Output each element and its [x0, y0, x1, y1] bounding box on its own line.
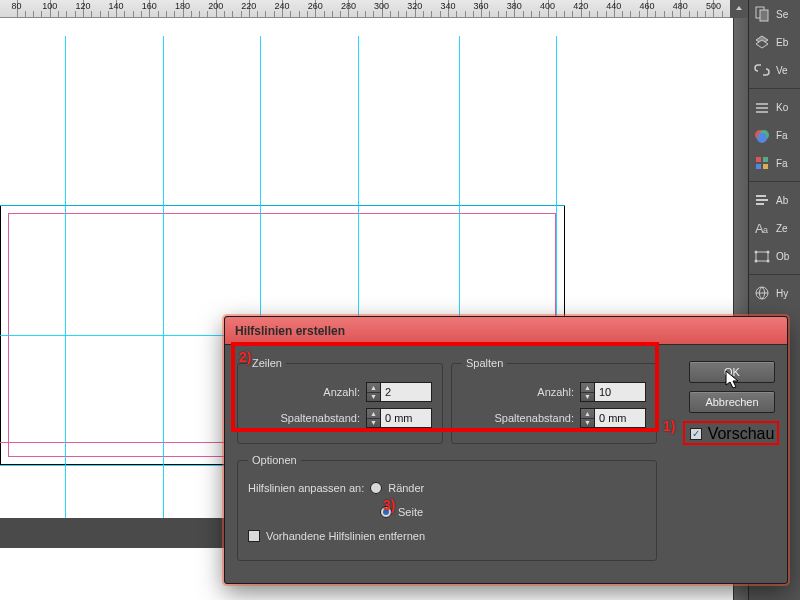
panel-label: Fa: [776, 158, 788, 169]
panel-label: Ve: [776, 65, 788, 76]
panel-label: Se: [776, 9, 788, 20]
rows-gutter-input[interactable]: [380, 408, 432, 428]
panel-swatches[interactable]: Fa: [749, 121, 800, 149]
rows-count-input[interactable]: [380, 382, 432, 402]
ruler-corner[interactable]: [730, 0, 748, 18]
svg-rect-10: [756, 199, 768, 201]
options-legend: Optionen: [248, 454, 301, 466]
guide-vertical[interactable]: [163, 36, 164, 600]
options-group: Optionen Hilfslinien anpassen an: Ränder…: [237, 454, 657, 561]
cols-gutter-input[interactable]: [594, 408, 646, 428]
rows-group: Zeilen Anzahl: ▲▼ Spaltenabstand: ▲▼: [237, 357, 443, 444]
fit-page-label[interactable]: Seite: [398, 506, 423, 518]
panel-label: Fa: [776, 130, 788, 141]
align-icon: [754, 192, 770, 208]
svg-point-15: [755, 251, 758, 254]
annotation-1: 1): [663, 418, 675, 434]
object-icon: [754, 248, 770, 264]
ok-button[interactable]: OK: [689, 361, 775, 383]
stroke-icon: [754, 99, 770, 115]
svg-point-18: [767, 260, 770, 263]
cols-count-label: Anzahl:: [537, 386, 574, 398]
cols-count-spinner[interactable]: ▲▼: [580, 382, 594, 402]
preview-label[interactable]: Vorschau: [708, 425, 775, 443]
cols-gutter-spinner[interactable]: ▲▼: [580, 408, 594, 428]
svg-rect-14: [756, 252, 768, 261]
panel-label: Ze: [776, 223, 788, 234]
panel-label: Ko: [776, 102, 788, 113]
svg-point-17: [755, 260, 758, 263]
panel-swatches2[interactable]: Fa: [749, 149, 800, 177]
svg-rect-8: [763, 164, 768, 169]
svg-point-16: [767, 251, 770, 254]
panel-stroke[interactable]: Ko: [749, 93, 800, 121]
panel-links2[interactable]: Hy: [749, 279, 800, 307]
panel-label: Hy: [776, 288, 788, 299]
annotation-3: 3): [383, 497, 395, 513]
panel-char[interactable]: AaZe: [749, 214, 800, 242]
horizontal-ruler: 8010012014016018020022024026028030032034…: [0, 0, 730, 18]
dialog-title: Hilfslinien erstellen: [235, 324, 345, 338]
svg-rect-9: [756, 195, 766, 197]
cols-count-input[interactable]: [594, 382, 646, 402]
cancel-button[interactable]: Abbrechen: [689, 391, 775, 413]
swatches2-icon: [754, 155, 770, 171]
create-guides-dialog: Hilfslinien erstellen Zeilen Anzahl: ▲▼ …: [224, 316, 788, 584]
guide-vertical[interactable]: [65, 36, 66, 600]
links-icon: [754, 62, 770, 78]
fit-label: Hilfslinien anpassen an:: [248, 482, 364, 494]
remove-existing-checkbox[interactable]: [248, 530, 260, 542]
svg-rect-5: [756, 157, 761, 162]
fit-margins-label[interactable]: Ränder: [388, 482, 424, 494]
pages-icon: [754, 6, 770, 22]
annotation-2: 2): [239, 349, 251, 365]
rows-count-label: Anzahl:: [323, 386, 360, 398]
svg-rect-6: [763, 157, 768, 162]
links2-icon: [754, 285, 770, 301]
panel-layers[interactable]: Eb: [749, 28, 800, 56]
remove-existing-label[interactable]: Vorhandene Hilfslinien entfernen: [266, 530, 425, 542]
svg-rect-1: [760, 10, 768, 21]
panel-label: Eb: [776, 37, 788, 48]
svg-rect-11: [756, 203, 764, 205]
swatches-icon: [754, 127, 770, 143]
preview-checkbox[interactable]: [690, 428, 702, 440]
cols-legend: Spalten: [462, 357, 507, 369]
rows-count-spinner[interactable]: ▲▼: [366, 382, 380, 402]
svg-point-4: [757, 133, 767, 143]
rows-gutter-spinner[interactable]: ▲▼: [366, 408, 380, 428]
guide-horizontal[interactable]: [0, 205, 565, 206]
char-icon: Aa: [754, 220, 770, 236]
cols-group: Spalten Anzahl: ▲▼ Spaltenabstand: ▲▼: [451, 357, 657, 444]
svg-text:a: a: [763, 225, 768, 235]
rows-gutter-label: Spaltenabstand:: [280, 412, 360, 424]
panel-label: Ab: [776, 195, 788, 206]
fit-margins-radio[interactable]: [370, 482, 382, 494]
panel-object[interactable]: Ob: [749, 242, 800, 270]
cols-gutter-label: Spaltenabstand:: [494, 412, 574, 424]
panel-pages[interactable]: Se: [749, 0, 800, 28]
panel-links[interactable]: Ve: [749, 56, 800, 84]
dialog-titlebar[interactable]: Hilfslinien erstellen: [225, 317, 787, 345]
svg-rect-7: [756, 164, 761, 169]
rows-legend: Zeilen: [248, 357, 286, 369]
layers-icon: [754, 34, 770, 50]
panel-label: Ob: [776, 251, 789, 262]
panel-align[interactable]: Ab: [749, 186, 800, 214]
